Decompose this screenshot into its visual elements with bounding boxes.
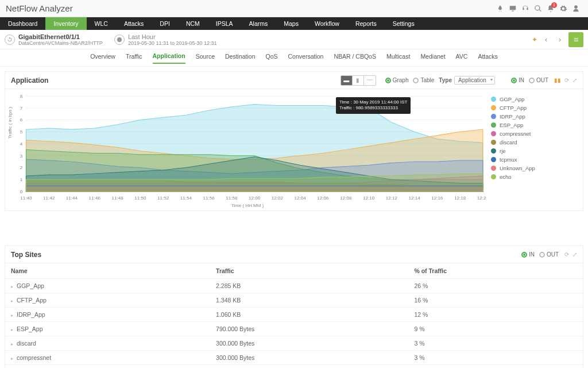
legend-item[interactable]: CFTP_App: [491, 103, 577, 112]
legend-item[interactable]: Unknown_App: [491, 164, 577, 172]
panel-title: Application: [11, 76, 48, 85]
in-radio[interactable]: [511, 78, 517, 83]
expand-icon[interactable]: ⤢: [572, 77, 577, 83]
legend-item[interactable]: IDRP_App: [491, 112, 577, 121]
nav-ipsla[interactable]: IPSLA: [208, 17, 241, 30]
nav-attacks[interactable]: Attacks: [116, 17, 152, 30]
svg-text:11:44: 11:44: [66, 195, 78, 201]
nav-dpi[interactable]: DPI: [152, 17, 178, 30]
tab-qos[interactable]: QoS: [266, 53, 278, 63]
refresh-icon[interactable]: [5, 34, 15, 45]
chart-tooltip: Time : 30 May 2019 11:44:00 IST Traffic …: [336, 97, 411, 114]
tab-attacks[interactable]: Attacks: [478, 53, 497, 63]
tab-traffic[interactable]: Traffic: [126, 53, 142, 63]
svg-text:3: 3: [20, 154, 23, 159]
svg-text:11:46: 11:46: [89, 195, 101, 201]
prev-button[interactable]: ‹: [541, 34, 551, 45]
rocket-icon[interactable]: [494, 2, 506, 15]
svg-text:7: 7: [20, 106, 23, 111]
bell-icon[interactable]: 1: [544, 2, 557, 15]
nav-settings[interactable]: Settings: [385, 17, 423, 30]
svg-text:12:06: 12:06: [317, 195, 329, 201]
user-icon[interactable]: [570, 2, 582, 15]
type-label: Type: [439, 77, 452, 83]
refresh-sites-icon[interactable]: ⟳: [564, 251, 569, 258]
svg-text:12:08: 12:08: [340, 195, 352, 201]
tab-avc[interactable]: AVC: [456, 53, 468, 63]
tooltip-time: Time : 30 May 2019 11:44:00 IST: [339, 99, 407, 105]
legend-item[interactable]: rje: [491, 147, 577, 155]
tab-application[interactable]: Application: [153, 52, 185, 64]
refresh-small-icon[interactable]: ⟳: [564, 77, 569, 83]
sites-out-label: OUT: [547, 251, 559, 258]
headset-icon[interactable]: [519, 2, 532, 15]
line-chart-icon[interactable]: 〰: [364, 76, 376, 85]
table-row[interactable]: compressnet300.000 Bytes3 %: [5, 351, 583, 365]
bar-chart-icon[interactable]: ▮: [353, 76, 364, 85]
legend-item[interactable]: compressnet: [491, 129, 577, 138]
top-sites-panel: Top Sites IN OUT ⟳ ⤢ NameTraffic% of Tra…: [5, 246, 583, 368]
y-axis-label: Traffic ( in bps ): [7, 107, 13, 139]
expand-sites-icon[interactable]: ⤢: [572, 251, 577, 258]
table-row[interactable]: rje230.000 Bytes3 %: [5, 365, 583, 369]
nav-inventory[interactable]: Inventory: [45, 17, 86, 30]
legend-item[interactable]: echo: [491, 172, 577, 181]
table-row[interactable]: GGP_App2.285 KB26 %: [5, 279, 583, 293]
svg-text:12:18: 12:18: [454, 195, 466, 201]
legend-item[interactable]: tcpmux: [491, 155, 577, 164]
menu-button[interactable]: ≡: [568, 32, 583, 47]
sites-in-radio[interactable]: [521, 252, 527, 258]
out-radio[interactable]: [529, 78, 535, 83]
search-icon[interactable]: [532, 2, 544, 15]
svg-text:12:16: 12:16: [431, 195, 443, 201]
brand-bar: NetFlow Analyzer 1: [0, 0, 588, 17]
nav-alarms[interactable]: Alarms: [241, 17, 276, 30]
svg-text:12:12: 12:12: [386, 195, 398, 201]
sites-out-radio[interactable]: [539, 252, 545, 258]
monitor-icon[interactable]: [506, 2, 519, 15]
tab-source[interactable]: Source: [196, 53, 215, 63]
table-radio[interactable]: [413, 78, 419, 83]
notif-badge: 1: [551, 2, 557, 8]
nav-dashboard[interactable]: Dashboard: [0, 17, 45, 30]
table-row[interactable]: IDRP_App1.060 KB12 %: [5, 308, 583, 322]
tab-destination[interactable]: Destination: [225, 53, 256, 63]
legend-item[interactable]: discard: [491, 138, 577, 147]
tab-conversation[interactable]: Conversation: [288, 53, 324, 63]
col-header[interactable]: % of Traffic: [408, 263, 583, 279]
nav-maps[interactable]: Maps: [276, 17, 307, 30]
context-bar: GigabitEthernet0/1/1 DataCentreAVCMains-…: [0, 30, 588, 49]
svg-text:12:04: 12:04: [295, 195, 307, 201]
type-select[interactable]: Application: [454, 76, 495, 85]
bars-icon[interactable]: ▮▮: [554, 77, 561, 83]
sites-table: NameTraffic% of Traffic GGP_App2.285 KB2…: [5, 263, 583, 368]
interface-path: DataCentreAVCMains-NBAR2/HTTP: [18, 40, 103, 46]
nav-reports[interactable]: Reports: [347, 17, 385, 30]
alarm-icon[interactable]: ✦: [532, 36, 537, 44]
svg-text:8: 8: [20, 94, 23, 99]
clock-icon[interactable]: [114, 34, 125, 45]
col-header[interactable]: Name: [5, 263, 210, 279]
table-row[interactable]: discard300.000 Bytes3 %: [5, 336, 583, 351]
graph-radio[interactable]: [385, 78, 391, 83]
next-button[interactable]: ›: [555, 34, 565, 45]
out-label: OUT: [536, 77, 548, 83]
legend-item[interactable]: ESP_App: [491, 121, 577, 129]
legend-item[interactable]: GGP_App: [491, 95, 577, 103]
tab-multicast[interactable]: Multicast: [386, 53, 410, 63]
chart-legend: GGP_AppCFTP_AppIDRP_AppESP_Appcompressne…: [491, 93, 577, 208]
svg-text:11:48: 11:48: [111, 195, 123, 201]
nav-workflow[interactable]: Workflow: [307, 17, 347, 30]
nav-ncm[interactable]: NCM: [178, 17, 208, 30]
col-header[interactable]: Traffic: [210, 263, 408, 279]
nav-wlc[interactable]: WLC: [87, 17, 116, 30]
tab-nbar-cbqos[interactable]: NBAR / CBQoS: [334, 53, 376, 63]
svg-text:11:50: 11:50: [134, 195, 146, 201]
main-nav: DashboardInventoryWLCAttacksDPINCMIPSLAA…: [0, 17, 588, 30]
gear-icon[interactable]: [557, 2, 570, 15]
table-row[interactable]: ESP_App790.000 Bytes9 %: [5, 322, 583, 336]
tab-overview[interactable]: Overview: [90, 53, 115, 63]
area-chart-icon[interactable]: ▬: [341, 76, 353, 85]
table-row[interactable]: CFTP_App1.348 KB16 %: [5, 293, 583, 308]
tab-medianet[interactable]: Medianet: [420, 53, 445, 63]
